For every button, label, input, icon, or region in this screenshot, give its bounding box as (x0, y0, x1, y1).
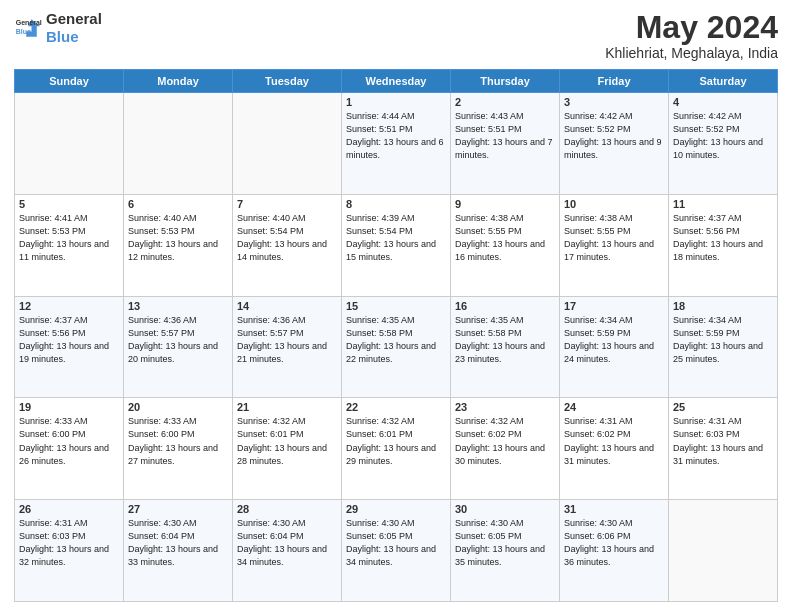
calendar-cell: 9Sunrise: 4:38 AM Sunset: 5:55 PM Daylig… (451, 194, 560, 296)
day-number: 9 (455, 198, 555, 210)
day-number: 11 (673, 198, 773, 210)
day-info: Sunrise: 4:42 AM Sunset: 5:52 PM Dayligh… (564, 110, 664, 162)
day-info: Sunrise: 4:39 AM Sunset: 5:54 PM Dayligh… (346, 212, 446, 264)
weekday-sunday: Sunday (15, 70, 124, 93)
day-info: Sunrise: 4:43 AM Sunset: 5:51 PM Dayligh… (455, 110, 555, 162)
day-number: 22 (346, 401, 446, 413)
day-number: 6 (128, 198, 228, 210)
day-info: Sunrise: 4:40 AM Sunset: 5:53 PM Dayligh… (128, 212, 228, 264)
day-info: Sunrise: 4:31 AM Sunset: 6:03 PM Dayligh… (19, 517, 119, 569)
calendar-cell: 13Sunrise: 4:36 AM Sunset: 5:57 PM Dayli… (124, 296, 233, 398)
calendar-cell (233, 93, 342, 195)
logo-text: General Blue (46, 10, 102, 46)
day-info: Sunrise: 4:34 AM Sunset: 5:59 PM Dayligh… (673, 314, 773, 366)
day-info: Sunrise: 4:38 AM Sunset: 5:55 PM Dayligh… (455, 212, 555, 264)
calendar-cell: 26Sunrise: 4:31 AM Sunset: 6:03 PM Dayli… (15, 500, 124, 602)
day-number: 20 (128, 401, 228, 413)
calendar-cell: 31Sunrise: 4:30 AM Sunset: 6:06 PM Dayli… (560, 500, 669, 602)
day-info: Sunrise: 4:30 AM Sunset: 6:05 PM Dayligh… (346, 517, 446, 569)
day-number: 10 (564, 198, 664, 210)
day-number: 16 (455, 300, 555, 312)
day-info: Sunrise: 4:32 AM Sunset: 6:01 PM Dayligh… (346, 415, 446, 467)
day-info: Sunrise: 4:30 AM Sunset: 6:04 PM Dayligh… (237, 517, 337, 569)
day-info: Sunrise: 4:32 AM Sunset: 6:01 PM Dayligh… (237, 415, 337, 467)
calendar-cell (669, 500, 778, 602)
day-number: 29 (346, 503, 446, 515)
page: General Blue General Blue May 2024 Khlie… (0, 0, 792, 612)
logo-line1: General (46, 10, 102, 28)
calendar-cell (124, 93, 233, 195)
calendar-cell: 24Sunrise: 4:31 AM Sunset: 6:02 PM Dayli… (560, 398, 669, 500)
day-info: Sunrise: 4:37 AM Sunset: 5:56 PM Dayligh… (19, 314, 119, 366)
day-number: 15 (346, 300, 446, 312)
day-info: Sunrise: 4:40 AM Sunset: 5:54 PM Dayligh… (237, 212, 337, 264)
weekday-friday: Friday (560, 70, 669, 93)
day-info: Sunrise: 4:38 AM Sunset: 5:55 PM Dayligh… (564, 212, 664, 264)
weekday-saturday: Saturday (669, 70, 778, 93)
calendar-cell: 25Sunrise: 4:31 AM Sunset: 6:03 PM Dayli… (669, 398, 778, 500)
day-info: Sunrise: 4:30 AM Sunset: 6:06 PM Dayligh… (564, 517, 664, 569)
day-number: 4 (673, 96, 773, 108)
calendar-cell: 15Sunrise: 4:35 AM Sunset: 5:58 PM Dayli… (342, 296, 451, 398)
day-number: 30 (455, 503, 555, 515)
calendar-cell: 12Sunrise: 4:37 AM Sunset: 5:56 PM Dayli… (15, 296, 124, 398)
calendar-cell: 27Sunrise: 4:30 AM Sunset: 6:04 PM Dayli… (124, 500, 233, 602)
weekday-header-row: SundayMondayTuesdayWednesdayThursdayFrid… (15, 70, 778, 93)
day-number: 27 (128, 503, 228, 515)
day-info: Sunrise: 4:35 AM Sunset: 5:58 PM Dayligh… (455, 314, 555, 366)
calendar-table: SundayMondayTuesdayWednesdayThursdayFrid… (14, 69, 778, 602)
calendar-cell: 21Sunrise: 4:32 AM Sunset: 6:01 PM Dayli… (233, 398, 342, 500)
calendar-cell: 14Sunrise: 4:36 AM Sunset: 5:57 PM Dayli… (233, 296, 342, 398)
title-block: May 2024 Khliehriat, Meghalaya, India (605, 10, 778, 61)
calendar-week-2: 12Sunrise: 4:37 AM Sunset: 5:56 PM Dayli… (15, 296, 778, 398)
weekday-wednesday: Wednesday (342, 70, 451, 93)
calendar-cell: 10Sunrise: 4:38 AM Sunset: 5:55 PM Dayli… (560, 194, 669, 296)
day-info: Sunrise: 4:32 AM Sunset: 6:02 PM Dayligh… (455, 415, 555, 467)
day-info: Sunrise: 4:30 AM Sunset: 6:05 PM Dayligh… (455, 517, 555, 569)
calendar-cell: 30Sunrise: 4:30 AM Sunset: 6:05 PM Dayli… (451, 500, 560, 602)
day-info: Sunrise: 4:36 AM Sunset: 5:57 PM Dayligh… (128, 314, 228, 366)
day-number: 24 (564, 401, 664, 413)
day-info: Sunrise: 4:44 AM Sunset: 5:51 PM Dayligh… (346, 110, 446, 162)
day-info: Sunrise: 4:41 AM Sunset: 5:53 PM Dayligh… (19, 212, 119, 264)
calendar-week-3: 19Sunrise: 4:33 AM Sunset: 6:00 PM Dayli… (15, 398, 778, 500)
calendar-cell: 5Sunrise: 4:41 AM Sunset: 5:53 PM Daylig… (15, 194, 124, 296)
calendar-header: SundayMondayTuesdayWednesdayThursdayFrid… (15, 70, 778, 93)
logo: General Blue General Blue (14, 10, 102, 46)
day-number: 21 (237, 401, 337, 413)
calendar-cell: 16Sunrise: 4:35 AM Sunset: 5:58 PM Dayli… (451, 296, 560, 398)
day-info: Sunrise: 4:33 AM Sunset: 6:00 PM Dayligh… (128, 415, 228, 467)
day-info: Sunrise: 4:35 AM Sunset: 5:58 PM Dayligh… (346, 314, 446, 366)
day-number: 5 (19, 198, 119, 210)
day-number: 19 (19, 401, 119, 413)
weekday-tuesday: Tuesday (233, 70, 342, 93)
calendar-cell: 2Sunrise: 4:43 AM Sunset: 5:51 PM Daylig… (451, 93, 560, 195)
calendar-cell: 8Sunrise: 4:39 AM Sunset: 5:54 PM Daylig… (342, 194, 451, 296)
day-number: 7 (237, 198, 337, 210)
calendar-cell: 18Sunrise: 4:34 AM Sunset: 5:59 PM Dayli… (669, 296, 778, 398)
day-info: Sunrise: 4:42 AM Sunset: 5:52 PM Dayligh… (673, 110, 773, 162)
day-number: 28 (237, 503, 337, 515)
day-number: 13 (128, 300, 228, 312)
day-number: 23 (455, 401, 555, 413)
calendar-week-4: 26Sunrise: 4:31 AM Sunset: 6:03 PM Dayli… (15, 500, 778, 602)
subtitle: Khliehriat, Meghalaya, India (605, 45, 778, 61)
day-number: 17 (564, 300, 664, 312)
calendar-cell: 22Sunrise: 4:32 AM Sunset: 6:01 PM Dayli… (342, 398, 451, 500)
day-info: Sunrise: 4:33 AM Sunset: 6:00 PM Dayligh… (19, 415, 119, 467)
weekday-thursday: Thursday (451, 70, 560, 93)
calendar-cell: 11Sunrise: 4:37 AM Sunset: 5:56 PM Dayli… (669, 194, 778, 296)
day-info: Sunrise: 4:36 AM Sunset: 5:57 PM Dayligh… (237, 314, 337, 366)
calendar-cell: 20Sunrise: 4:33 AM Sunset: 6:00 PM Dayli… (124, 398, 233, 500)
header: General Blue General Blue May 2024 Khlie… (14, 10, 778, 61)
day-info: Sunrise: 4:34 AM Sunset: 5:59 PM Dayligh… (564, 314, 664, 366)
day-number: 8 (346, 198, 446, 210)
calendar-body: 1Sunrise: 4:44 AM Sunset: 5:51 PM Daylig… (15, 93, 778, 602)
day-number: 3 (564, 96, 664, 108)
day-number: 25 (673, 401, 773, 413)
calendar-cell: 29Sunrise: 4:30 AM Sunset: 6:05 PM Dayli… (342, 500, 451, 602)
calendar-cell (15, 93, 124, 195)
day-number: 31 (564, 503, 664, 515)
day-info: Sunrise: 4:37 AM Sunset: 5:56 PM Dayligh… (673, 212, 773, 264)
calendar-cell: 4Sunrise: 4:42 AM Sunset: 5:52 PM Daylig… (669, 93, 778, 195)
